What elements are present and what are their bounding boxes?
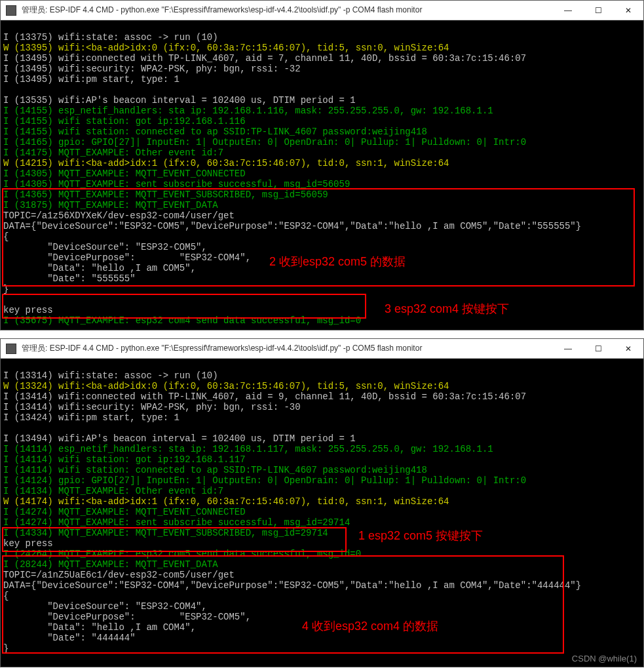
annotation-label-2: 2 收到esp32 com5 的数据 [269, 256, 406, 267]
log-line: I (14274) MQTT_EXAMPLE: MQTT_EVENT_CONNE… [3, 507, 246, 517]
log-line: W (13395) wifi:<ba-add>idx:0 (ifx:0, 60:… [3, 43, 449, 53]
window-title: 管理员: ESP-IDF 4.4 CMD - python.exe "F:\Es… [22, 343, 553, 354]
minimize-button[interactable]: — [553, 1, 583, 20]
window-com5: 管理员: ESP-IDF 4.4 CMD - python.exe "F:\Es… [0, 338, 644, 667]
log-line: I (14175) MQTT_EXAMPLE: Other event id:7 [3, 148, 223, 158]
log-line: TOPIC=/a1nZ5UaE6c1/dev-esp32-com5/user/g… [3, 570, 235, 580]
log-line: I (14124) gpio: GPIO[27]| InputEn: 1| Ou… [3, 475, 526, 486]
window-title: 管理员: ESP-IDF 4.4 CMD - python.exe "F:\Es… [22, 5, 553, 16]
log-line: TOPIC=/a1z56XDYXeK/dev-esp32-com4/user/g… [3, 210, 235, 221]
log-line: I (14305) MQTT_EXAMPLE: MQTT_EVENT_CONNE… [3, 168, 246, 179]
window-com4: 管理员: ESP-IDF 4.4 CMD - python.exe "F:\Es… [0, 0, 644, 330]
maximize-button[interactable]: ☐ [583, 1, 613, 20]
log-line: I (28244) MQTT_EXAMPLE: MQTT_EVENT_DATA [3, 559, 218, 570]
annotation-label-4: 4 收到esp32 com4 的数据 [302, 621, 438, 631]
log-line: I (14114) wifi station: got ip:192.168.1… [3, 454, 246, 465]
titlebar-com5[interactable]: 管理员: ESP-IDF 4.4 CMD - python.exe "F:\Es… [1, 339, 643, 359]
log-line: "DevicePurpose": "ESP32-COM4", [3, 252, 251, 263]
log-line: W (14174) wifi:<ba-add>idx:1 (ifx:0, 60:… [3, 496, 449, 507]
log-line: I (13495) wifi:security: WPA2-PSK, phy: … [3, 64, 301, 74]
minimize-button[interactable]: — [553, 339, 583, 359]
annotation-label-1: 1 esp32 com5 按键按下 [358, 530, 483, 541]
log-line: I (14305) MQTT_EXAMPLE: sent subscribe s… [3, 179, 350, 189]
cmd-icon [6, 344, 16, 354]
log-line: I (35675) MQTT_EXAMPLE: esp32 com4 send … [3, 315, 361, 326]
close-button[interactable]: ✕ [613, 339, 643, 359]
log-line: I (14155) wifi station: connected to ap … [3, 127, 427, 137]
log-line: "Data": "hello ,I am COM5", [3, 263, 196, 273]
log-line: I (13535) wifi:AP's beacon interval = 10… [3, 95, 356, 106]
log-line: I (13414) wifi:security: WPA2-PSK, phy: … [3, 402, 301, 412]
log-line: key press [3, 305, 53, 315]
log-line: key press [3, 538, 53, 549]
log-line: { [3, 591, 9, 601]
log-line: { [3, 231, 9, 242]
log-line: I (13495) wifi:pm start, type: 1 [3, 74, 180, 85]
titlebar-com4[interactable]: 管理员: ESP-IDF 4.4 CMD - python.exe "F:\Es… [1, 1, 643, 20]
log-line: "DeviceSource": "ESP32-COM4", [3, 601, 207, 612]
log-line: I (31875) MQTT_EXAMPLE: MQTT_EVENT_DATA [3, 200, 218, 210]
annotation-label-3: 3 esp32 com4 按键按下 [385, 304, 509, 314]
log-line: I (13494) wifi:AP's beacon interval = 10… [3, 433, 356, 444]
terminal-output-com4[interactable]: I (13375) wifi:state: assoc -> run (10) … [1, 20, 643, 330]
log-line: DATA={"DeviceSource":"ESP32-COM4","Devic… [3, 580, 581, 591]
log-line: W (14215) wifi:<ba-add>idx:1 (ifx:0, 60:… [3, 158, 449, 168]
log-line: I (13375) wifi:state: assoc -> run (10) [3, 32, 218, 43]
window-controls: — ☐ ✕ [553, 339, 643, 359]
log-line: "Date": "555555" [3, 273, 136, 284]
log-line: I (13314) wifi:state: assoc -> run (10) [3, 370, 218, 381]
log-line: I (14134) MQTT_EXAMPLE: Other event id:7 [3, 486, 223, 496]
log-line: "Date": "444444" [3, 633, 136, 643]
log-line: I (14114) wifi station: connected to ap … [3, 465, 427, 475]
log-line: "DevicePurpose": "ESP32-COM5", [3, 612, 251, 622]
log-line: I (14334) MQTT_EXAMPLE: MQTT_EVENT_SUBSC… [3, 528, 328, 538]
log-line: I (13495) wifi:connected with TP-LINK_46… [3, 53, 526, 64]
close-button[interactable]: ✕ [613, 1, 643, 20]
log-line: I (14155) esp_netif_handlers: sta ip: 19… [3, 106, 493, 116]
log-line: I (14114) esp_netif_handlers: sta ip: 19… [3, 444, 493, 454]
log-line: "DeviceSource": "ESP32-COM5", [3, 242, 207, 252]
log-line: I (14365) MQTT_EXAMPLE: MQTT_EVENT_SUBSC… [3, 189, 328, 200]
log-line: I (14165) gpio: GPIO[27]| InputEn: 1| Ou… [3, 137, 526, 148]
log-line: I (14274) MQTT_EXAMPLE: sent subscribe s… [3, 517, 350, 528]
cmd-icon [6, 5, 16, 16]
watermark: CSDN @while(1) [572, 654, 637, 664]
log-line: "Data": "hello ,I am COM4", [3, 622, 196, 633]
window-controls: — ☐ ✕ [553, 1, 643, 20]
log-line: } [3, 643, 9, 654]
log-line: I (24264) MQTT_EXAMPLE: esp32 com5 send … [3, 549, 361, 559]
terminal-output-com5[interactable]: I (13314) wifi:state: assoc -> run (10) … [1, 359, 643, 667]
log-line: DATA={"DeviceSource":"ESP32-COM5","Devic… [3, 221, 581, 231]
log-line: W (13324) wifi:<ba-add>idx:0 (ifx:0, 60:… [3, 381, 449, 391]
log-line: } [3, 284, 9, 294]
log-line: I (14155) wifi station: got ip:192.168.1… [3, 116, 246, 127]
maximize-button[interactable]: ☐ [583, 339, 613, 359]
log-line: I (13414) wifi:connected with TP-LINK_46… [3, 391, 526, 402]
log-line: I (13424) wifi:pm start, type: 1 [3, 412, 180, 423]
